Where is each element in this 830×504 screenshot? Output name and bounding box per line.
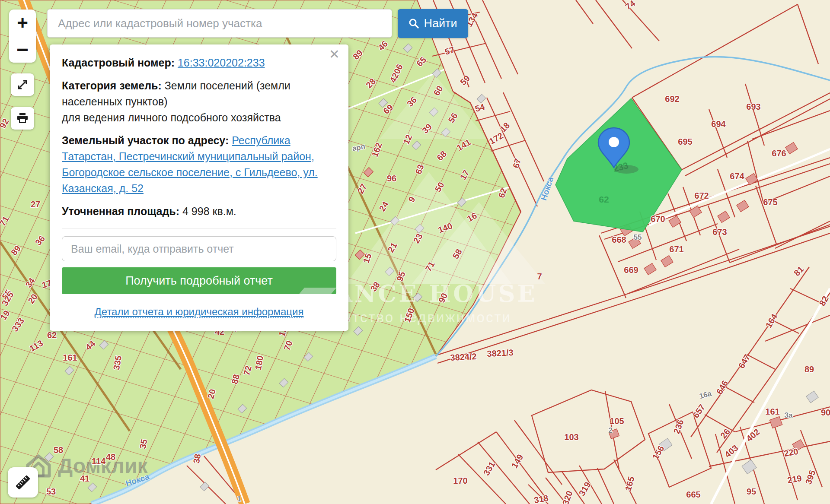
get-report-button[interactable]: Получить подробный отчет: [62, 267, 336, 294]
cadastral-map-app: 2771368934553337176920325196211344161335…: [0, 0, 830, 504]
print-icon: [16, 112, 29, 124]
category-usage: для ведения личного подсобного хозяйства: [62, 110, 336, 126]
area-row: Уточненная площадь: 4 998 кв.м.: [62, 203, 336, 219]
area-value: 4 998 кв.м.: [182, 205, 236, 217]
search-button-label: Найти: [424, 17, 457, 30]
address-row: Земельный участок по адресу: Республика …: [62, 133, 336, 197]
category-label: Категория земель:: [62, 79, 162, 92]
cadastral-label: Кадастровый номер:: [62, 57, 175, 69]
search-button[interactable]: Найти: [398, 9, 468, 38]
close-icon[interactable]: ✕: [329, 48, 340, 61]
report-details-link[interactable]: Детали отчета и юридическая информация: [95, 306, 304, 318]
get-report-button-label: Получить подробный отчет: [125, 274, 273, 287]
zoom-panel: + −: [9, 10, 36, 63]
land-category-row: Категория земель: Земли поселений (земли…: [62, 78, 336, 126]
domclick-watermark-text: Домклик: [58, 454, 148, 478]
search-input[interactable]: [47, 9, 392, 38]
print-button[interactable]: [11, 107, 34, 130]
card-divider: [62, 228, 336, 228]
area-label: Уточненная площадь:: [62, 205, 179, 217]
domclick-watermark: Домклик: [25, 453, 148, 478]
zoom-in-button[interactable]: +: [9, 10, 36, 36]
fullscreen-button[interactable]: [11, 73, 34, 96]
address-label: Земельный участок по адресу:: [62, 134, 229, 146]
parcel-info-card: ✕ Кадастровый номер: 16:33:020202:233 Ка…: [50, 44, 348, 331]
measure-button[interactable]: [8, 467, 38, 498]
fullscreen-icon: [16, 79, 29, 91]
details-link-wrap: Детали отчета и юридическая информация: [62, 304, 336, 320]
zoom-out-button[interactable]: −: [9, 36, 36, 63]
search-icon: [409, 18, 419, 29]
ruler-icon: [13, 473, 32, 492]
button-corner-accent: [299, 288, 336, 294]
cadastral-number-link[interactable]: 16:33:020202:233: [178, 57, 265, 69]
email-input[interactable]: [62, 236, 336, 261]
cadastral-number-row: Кадастровый номер: 16:33:020202:233: [62, 55, 336, 71]
